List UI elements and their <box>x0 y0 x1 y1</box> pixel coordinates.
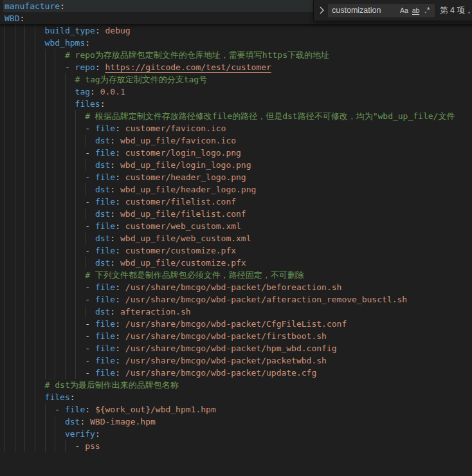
yaml-key: file <box>95 368 115 378</box>
code-line[interactable]: - file: /usr/share/bmcgo/wbd-packet/firs… <box>5 330 472 342</box>
indent-guides <box>5 196 85 208</box>
yaml-punctuation: : <box>115 246 125 255</box>
code-line[interactable]: dst: WBD-image.hpm <box>5 416 472 428</box>
indent-guides <box>5 416 65 428</box>
yaml-key: manufacture <box>5 1 60 11</box>
code-line[interactable]: - file: /usr/share/bmcgo/wbd-packet/befo… <box>5 281 472 293</box>
yaml-punctuation: - <box>85 331 95 341</box>
yaml-punctuation: : <box>115 148 125 158</box>
code-line[interactable]: files: <box>5 98 472 110</box>
code-line[interactable]: # 下列文件都是制作品牌包必须文件，路径固定，不可删除 <box>5 269 472 281</box>
find-results-count: 第 4 项， <box>440 5 472 16</box>
code-line[interactable]: - file: /usr/share/bmcgo/wbd-packet/pack… <box>5 354 472 367</box>
code-line[interactable]: - file: /usr/share/bmcgo/wbd-packet/CfgF… <box>5 318 472 330</box>
whole-word-button[interactable]: ab <box>410 5 421 16</box>
yaml-punctuation: : <box>115 221 125 231</box>
yaml-punctuation: : <box>110 233 120 243</box>
yaml-punctuation: : <box>115 197 125 206</box>
find-widget: Aa ab .* 第 4 项， <box>313 0 472 21</box>
yaml-punctuation: - <box>85 319 95 329</box>
yaml-comment: # 根据品牌定制文件存放路径修改file的路径，但是dst路径不可修改，均为"w… <box>85 111 455 121</box>
indent-guides <box>5 98 75 110</box>
yaml-punctuation: : <box>115 319 125 329</box>
match-case-button[interactable]: Aa <box>399 5 410 16</box>
indent-guides <box>5 403 55 416</box>
yaml-punctuation: : <box>60 1 65 11</box>
indent-guides <box>5 428 65 440</box>
code-line[interactable]: tag: 0.0.1 <box>5 86 472 98</box>
yaml-value: customer/header_logo.png <box>125 172 246 182</box>
yaml-punctuation: : <box>115 282 125 292</box>
yaml-punctuation: : <box>115 172 125 182</box>
url-link[interactable]: https://gitcode.com/test/customer <box>105 62 271 72</box>
code-line[interactable]: dst: wbd_up_file/customize.pfx <box>5 257 472 269</box>
find-toggle-chevron-icon[interactable] <box>316 3 327 17</box>
yaml-key: dst <box>95 185 110 194</box>
code-line[interactable]: dst: wbd_up_file/web_custom.xml <box>5 232 472 244</box>
code-line[interactable]: - pss <box>5 440 472 452</box>
indent-guides <box>5 342 85 354</box>
code-line[interactable]: - file: ${work_out}/wbd_hpm1.hpm <box>5 403 472 416</box>
code-line[interactable]: # tag为存放定制文件的分支tag号 <box>5 73 472 86</box>
yaml-punctuation: : <box>115 343 125 353</box>
indent-guides <box>5 269 85 281</box>
code-line[interactable]: dst: wbd_up_file/header_logo.png <box>5 183 472 196</box>
yaml-value: wbd_up_file/header_logo.png <box>120 185 256 194</box>
yaml-value: 0.0.1 <box>100 87 125 96</box>
indent-guides <box>5 293 85 306</box>
code-line[interactable]: - file: customer/web_custom.xml <box>5 220 472 232</box>
yaml-comment: # dst为最后制作出来的品牌包名称 <box>45 380 179 390</box>
yaml-key: files <box>75 99 100 109</box>
indent-guides <box>5 208 95 220</box>
code-line[interactable]: dst: afteraction.sh <box>5 306 472 318</box>
code-line[interactable]: - file: customer/customize.pfx <box>5 244 472 257</box>
code-line[interactable]: - file: /usr/share/bmcgo/wbd-packet/upda… <box>5 367 472 379</box>
code-line[interactable]: verify: <box>5 428 472 440</box>
code-line[interactable]: # dst为最后制作出来的品牌包名称 <box>5 379 472 391</box>
yaml-punctuation: : <box>110 136 120 145</box>
yaml-punctuation: : <box>115 356 125 365</box>
yaml-punctuation: : <box>115 295 125 304</box>
yaml-key: dst <box>95 136 110 145</box>
code-line[interactable]: - file: customer/login_logo.png <box>5 147 472 159</box>
code-line[interactable]: - file: customer/favicon.ico <box>5 122 472 134</box>
yaml-key: wbd_hpms <box>45 38 86 48</box>
yaml-value: afteraction.sh <box>120 307 191 316</box>
yaml-value: wbd_up_file/web_custom.xml <box>120 233 251 243</box>
match-case-icon: Aa <box>400 6 408 14</box>
regex-button[interactable]: .* <box>422 5 433 16</box>
yaml-comment: # tag为存放定制文件的分支tag号 <box>75 75 208 84</box>
code-line[interactable]: - repo: https://gitcode.com/test/custome… <box>5 61 472 73</box>
code-line[interactable]: - file: /usr/share/bmcgo/wbd-packet/afte… <box>5 293 472 306</box>
indent-guides <box>5 367 85 379</box>
code-line[interactable]: - file: customer/header_logo.png <box>5 171 472 183</box>
yaml-key: file <box>95 148 115 158</box>
yaml-value: debug <box>105 26 131 35</box>
find-input[interactable] <box>332 6 398 15</box>
yaml-value: /usr/share/bmcgo/wbd-packet/beforeaction… <box>125 282 342 292</box>
code-area[interactable]: build_type: debugwbd_hpms:# repo为存放品牌包定制… <box>0 24 472 476</box>
code-line[interactable]: files: <box>5 391 472 403</box>
code-line[interactable]: dst: wbd_up_file/filelist.conf <box>5 208 472 220</box>
yaml-key: file <box>95 295 115 304</box>
yaml-punctuation: : <box>70 392 75 402</box>
yaml-key: file <box>65 405 85 414</box>
indent-guides <box>5 281 85 293</box>
editor-window: { "editor": { "colors": { "background": … <box>0 0 472 476</box>
yaml-value: customer/customize.pfx <box>125 246 236 255</box>
code-line[interactable]: dst: wbd_up_file/favicon.ico <box>5 134 472 147</box>
code-line[interactable]: - file: customer/filelist.conf <box>5 196 472 208</box>
code-line[interactable]: # 根据品牌定制文件存放路径修改file的路径，但是dst路径不可修改，均为"w… <box>5 110 472 122</box>
yaml-punctuation: - <box>85 221 95 231</box>
yaml-key: dst <box>95 233 110 243</box>
code-line[interactable]: dst: wbd_up_file/login_logo.png <box>5 159 472 171</box>
indent-guides <box>5 257 95 269</box>
indent-guides <box>5 244 85 257</box>
indent-guides <box>5 183 95 196</box>
indent-guides <box>5 122 85 134</box>
code-line[interactable]: - file: /usr/share/bmcgo/wbd-packet/hpm_… <box>5 342 472 354</box>
code-line[interactable]: wbd_hpms: <box>5 37 472 49</box>
yaml-punctuation: : <box>85 38 90 48</box>
code-line[interactable]: build_type: debug <box>5 24 472 37</box>
code-line[interactable]: # repo为存放品牌包定制文件的仓库地址，需要填写https下载的地址 <box>5 49 472 61</box>
